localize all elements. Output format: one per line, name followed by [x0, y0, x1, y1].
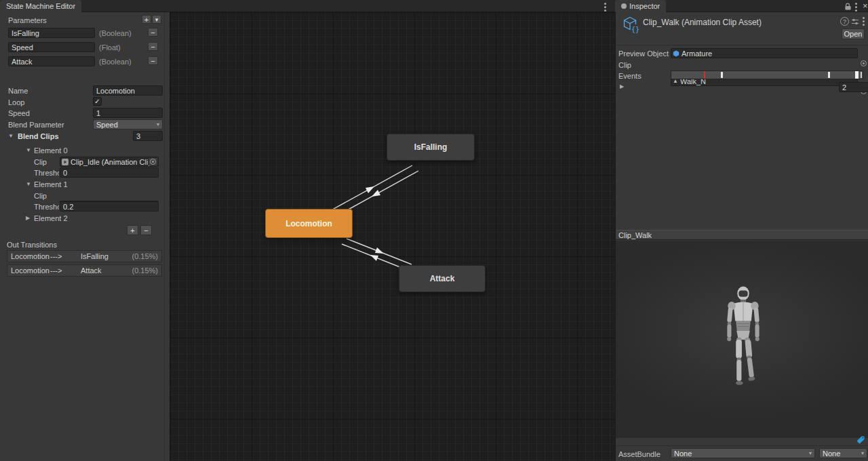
minus-icon: −	[151, 28, 155, 37]
unity-editor-window: State Machine Editor Parameters + ▾ IsFa…	[0, 0, 868, 461]
preview-header[interactable]: Clip_Walk	[616, 230, 868, 240]
node-isfalling[interactable]: IsFalling	[387, 134, 475, 161]
event-marker[interactable]	[721, 72, 723, 78]
speed-field[interactable]: 1	[93, 108, 163, 118]
element0-foldout-icon[interactable]: ▼	[26, 146, 31, 155]
arrowhead-to-locomotion	[372, 190, 380, 197]
assetbundle-variant-dropdown[interactable]: None ▾	[819, 448, 867, 458]
element2-foldout-icon[interactable]: ▶	[26, 214, 30, 222]
transition-weight: (0.15%)	[132, 266, 158, 275]
arrowhead-to-isfalling	[366, 186, 374, 193]
blend-parameter-label: Blend Parameter	[8, 120, 64, 129]
node-locomotion[interactable]: Locomotion	[265, 209, 353, 238]
blend-parameter-value: Speed	[96, 121, 118, 129]
transition-row[interactable]: Locomotion ---> Attack (0.15%)	[7, 264, 162, 277]
list-add-button[interactable]: +	[127, 225, 138, 235]
playhead-marker[interactable]	[704, 71, 705, 79]
graph-menu-icon[interactable]	[604, 3, 606, 12]
clip-label: Clip	[618, 60, 631, 70]
chevron-down-icon: ▾	[861, 449, 864, 458]
node-label: Locomotion	[285, 219, 332, 228]
inspector-tabstrip: Inspector ×	[615, 0, 868, 12]
blend-clips-foldout-icon[interactable]: ▼	[8, 132, 14, 140]
name-value: Locomotion	[96, 87, 135, 95]
add-parameter-button[interactable]: +	[142, 15, 151, 24]
panel-scroll-divider	[164, 12, 165, 461]
remove-parameter-button[interactable]: −	[148, 42, 158, 51]
animation-preview[interactable]	[616, 241, 868, 438]
parameter-name-input[interactable]: Attack	[8, 56, 95, 66]
object-picker-icon[interactable]	[148, 158, 157, 165]
assetbundle-dropdown[interactable]: None ▾	[671, 448, 815, 458]
open-button[interactable]: Open	[842, 28, 865, 39]
remove-parameter-button[interactable]: −	[148, 28, 158, 37]
list-remove-button[interactable]: −	[140, 225, 152, 235]
svg-text:{}: {}	[631, 26, 639, 33]
clip-object-field[interactable]: Clip_Idle (Animation Clip	[60, 157, 159, 167]
blend-parameter-dropdown[interactable]: Speed ▾	[93, 119, 163, 129]
name-label: Name	[8, 86, 28, 96]
inspector-icon	[621, 3, 627, 9]
parameter-name: IsFalling	[12, 29, 39, 37]
events-foldout-icon[interactable]: ▶	[620, 83, 624, 91]
speed-value: 1	[96, 109, 100, 117]
loop-checkbox[interactable]: ✓	[93, 97, 102, 106]
element2-label: Element 2	[34, 214, 68, 223]
help-icon[interactable]: ?	[840, 17, 849, 26]
minus-icon: −	[151, 57, 155, 65]
inspector-panel: {} Clip_Walk (Animation Clip Asset) ? Op…	[615, 12, 868, 461]
chevron-down-icon: ▾	[155, 16, 159, 23]
event-marker[interactable]	[861, 72, 862, 78]
animation-clip-asset-icon: {}	[621, 16, 639, 33]
state-machine-editor-panel: Parameters + ▾ IsFalling (Boolean) − Spe…	[0, 12, 170, 461]
loop-label: Loop	[8, 98, 24, 107]
asset-title: Clip_Walk (Animation Clip Asset)	[643, 18, 762, 27]
node-attack[interactable]: Attack	[399, 265, 486, 292]
threshold-label: Thresho	[34, 202, 59, 212]
parameter-type: (Float)	[99, 43, 121, 52]
inspector-menu-icon[interactable]	[855, 3, 857, 12]
assetbundle-label: AssetBundle	[618, 449, 660, 459]
asset-menu-icon[interactable]	[863, 17, 865, 26]
left-tabstrip: State Machine Editor	[0, 0, 615, 12]
blend-clips-count-field[interactable]: 3	[133, 131, 163, 141]
threshold-value: 0.2	[63, 203, 73, 211]
threshold-field[interactable]: 0	[60, 167, 159, 178]
preview-object-label: Preview Object	[618, 49, 669, 58]
preview-object-value: Armature	[682, 49, 712, 58]
animation-clip-icon	[62, 159, 68, 165]
clip-object-value: Clip_Idle (Animation Clip	[71, 158, 152, 166]
plus-icon: +	[130, 226, 134, 235]
close-icon[interactable]: ×	[863, 1, 868, 11]
event-marker[interactable]	[828, 72, 830, 78]
preview-object-field[interactable]: Armature	[671, 48, 858, 58]
asset-label-icon[interactable]	[856, 435, 865, 444]
lock-icon[interactable]	[844, 3, 852, 11]
parameter-type: (Boolean)	[99, 57, 132, 66]
transition-row[interactable]: Locomotion ---> IsFalling (0.15%)	[7, 250, 162, 262]
node-label: IsFalling	[414, 142, 448, 152]
transition-to: IsFalling	[81, 252, 108, 260]
element1-label: Element 1	[34, 180, 68, 189]
tab-inspector[interactable]: Inspector	[615, 0, 666, 12]
remove-parameter-button[interactable]: −	[148, 56, 158, 65]
threshold-field[interactable]: 0.2	[60, 201, 159, 212]
tab-label: Inspector	[629, 2, 660, 10]
event-marker[interactable]	[855, 71, 859, 79]
parameter-name-input[interactable]: Speed	[8, 42, 95, 52]
object-picker-icon[interactable]	[861, 60, 867, 66]
element1-foldout-icon[interactable]: ▼	[26, 180, 31, 188]
transition-from: Locomotion	[11, 252, 50, 260]
events-timeline[interactable]	[671, 71, 863, 79]
name-field[interactable]: Locomotion	[93, 85, 163, 96]
events-label: Events	[618, 71, 642, 81]
tab-state-machine-editor[interactable]: State Machine Editor	[0, 0, 81, 12]
threshold-value: 0	[63, 169, 67, 177]
parameter-name-input[interactable]: IsFalling	[8, 28, 95, 38]
presets-icon[interactable]	[851, 18, 859, 26]
parameter-name: Speed	[12, 43, 33, 52]
parameter-type-dropdown-button[interactable]: ▾	[152, 15, 161, 24]
state-graph-canvas[interactable]: IsFalling Locomotion Attack	[170, 12, 615, 461]
chevron-down-icon: ▾	[157, 121, 159, 129]
events-count-field[interactable]: 2	[839, 82, 868, 92]
